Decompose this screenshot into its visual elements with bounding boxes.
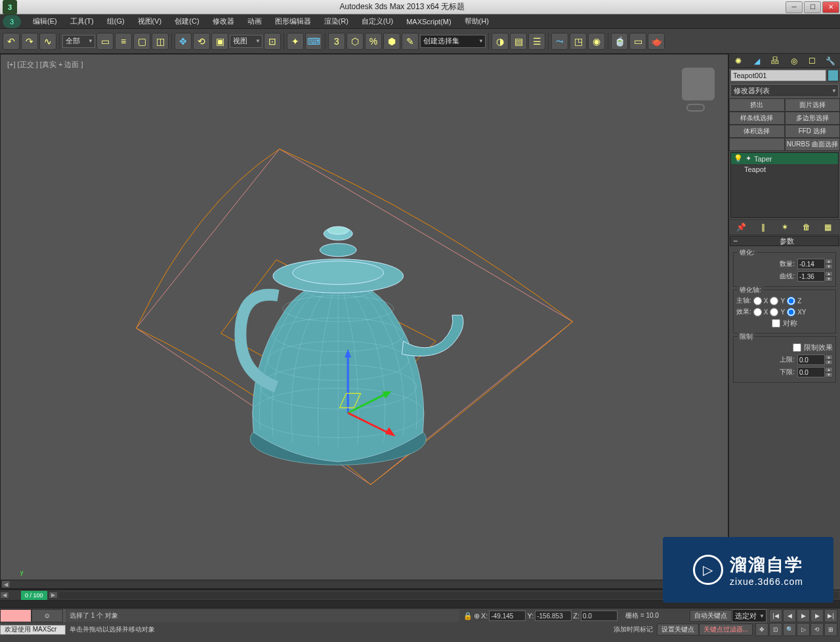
window-crossing-button[interactable]: ◫ bbox=[152, 33, 169, 50]
goto-start-icon[interactable]: |◀ bbox=[769, 609, 782, 622]
undo-button[interactable]: ↶ bbox=[3, 33, 20, 50]
angle-snap-button[interactable]: ⬡ bbox=[346, 33, 364, 50]
material-editor-button[interactable]: ◉ bbox=[588, 33, 605, 50]
utilities-tab-icon[interactable]: 🔧 bbox=[825, 55, 837, 67]
mirror-button[interactable]: ◑ bbox=[492, 33, 509, 50]
object-color-swatch[interactable] bbox=[828, 70, 839, 81]
stack-item-teapot[interactable]: Teapot bbox=[731, 164, 838, 175]
parameters-rollout-header[interactable]: 参数 bbox=[730, 236, 839, 246]
maxscript-listener[interactable]: 欢迎使用 MAXScr bbox=[0, 625, 66, 635]
curve-editor-button[interactable]: ⤳ bbox=[551, 33, 568, 50]
remove-modifier-icon[interactable]: 🗑 bbox=[801, 221, 812, 233]
set-button-spline-select[interactable]: 样条线选择 bbox=[729, 112, 785, 125]
snap-3-button[interactable]: 3 bbox=[328, 33, 345, 50]
set-button-poly-select[interactable]: 多边形选择 bbox=[785, 112, 841, 125]
coord-x-input[interactable] bbox=[489, 610, 526, 621]
edit-named-sel-button[interactable]: ✎ bbox=[402, 33, 419, 50]
status-icon-1[interactable] bbox=[0, 609, 32, 622]
timeline-next-icon[interactable]: ▶ bbox=[49, 591, 58, 599]
time-slider-head[interactable]: 0 / 100 bbox=[21, 591, 47, 600]
spinner-snap-button[interactable]: ⬢ bbox=[383, 33, 400, 50]
key-filters-button[interactable]: 关键点过滤器... bbox=[699, 624, 753, 635]
create-tab-icon[interactable]: ✺ bbox=[732, 55, 744, 67]
set-key-button[interactable]: 设置关键点 bbox=[657, 624, 699, 635]
render-setup-button[interactable]: 🍵 bbox=[611, 33, 628, 50]
max-toggle-icon[interactable]: ⊞ bbox=[824, 623, 837, 636]
maximize-button[interactable]: ☐ bbox=[804, 1, 821, 13]
coord-toggle-icon[interactable]: ⊕ bbox=[474, 612, 480, 620]
motion-tab-icon[interactable]: ◎ bbox=[788, 55, 800, 67]
pin-stack-icon[interactable]: 📌 bbox=[736, 221, 747, 233]
curve-spinner[interactable]: ▲▼ bbox=[797, 271, 833, 282]
set-button-nurbs[interactable]: NURBS 曲面选择 bbox=[785, 138, 841, 151]
menu-edit[interactable]: 编辑(E) bbox=[26, 14, 64, 28]
modifier-list-dropdown[interactable]: 修改器列表 bbox=[730, 84, 839, 97]
menu-maxscript[interactable]: MAXScript(M) bbox=[400, 16, 457, 28]
upper-limit-spinner[interactable]: ▲▼ bbox=[797, 354, 833, 365]
rendered-frame-button[interactable]: ▭ bbox=[629, 33, 646, 50]
play-icon[interactable]: ▶ bbox=[797, 609, 810, 622]
stack-item-taper[interactable]: 💡 ✦ Taper bbox=[731, 153, 838, 164]
menu-views[interactable]: 视图(V) bbox=[131, 14, 169, 28]
render-button[interactable]: 🫖 bbox=[648, 33, 665, 50]
amount-spinner[interactable]: ▲▼ bbox=[797, 259, 833, 269]
effect-y-radio[interactable] bbox=[770, 308, 778, 316]
lock-icon[interactable]: 🔒 bbox=[463, 612, 472, 620]
coord-z-input[interactable] bbox=[581, 610, 618, 621]
rotate-button[interactable]: ⟲ bbox=[193, 33, 210, 50]
redo-button[interactable]: ↷ bbox=[21, 33, 38, 50]
menu-group[interactable]: 组(G) bbox=[100, 14, 131, 28]
time-tag-prompt[interactable]: 添加时间标记 bbox=[610, 625, 657, 635]
menu-rendering[interactable]: 渲染(R) bbox=[318, 14, 355, 28]
align-button[interactable]: ▤ bbox=[510, 33, 527, 50]
select-region-button[interactable]: ▢ bbox=[133, 33, 150, 50]
minimize-button[interactable]: ─ bbox=[786, 1, 803, 13]
manipulate-button[interactable]: ✦ bbox=[287, 33, 304, 50]
named-selection-sets-dropdown[interactable]: 创建选择集 bbox=[420, 35, 486, 48]
menu-tools[interactable]: 工具(T) bbox=[64, 14, 100, 28]
close-button[interactable]: ✕ bbox=[822, 1, 839, 13]
selection-filter-dropdown[interactable]: 全部 bbox=[62, 35, 95, 48]
configure-sets-icon[interactable]: ▦ bbox=[822, 221, 834, 233]
set-button-patch-select[interactable]: 面片选择 bbox=[785, 98, 841, 112]
move-button[interactable]: ✥ bbox=[175, 33, 192, 50]
modify-tab-icon[interactable]: ◢ bbox=[751, 55, 763, 67]
layer-manager-button[interactable]: ☰ bbox=[528, 33, 545, 50]
symmetry-checkbox[interactable] bbox=[772, 319, 780, 328]
make-unique-icon[interactable]: ✶ bbox=[779, 221, 791, 233]
menu-modifiers[interactable]: 修改器 bbox=[206, 14, 241, 28]
hierarchy-tab-icon[interactable]: 品 bbox=[769, 55, 781, 67]
set-button-ffd-select[interactable]: FFD 选择 bbox=[785, 125, 841, 138]
next-frame-icon[interactable]: ▶ bbox=[810, 609, 824, 622]
limit-effect-checkbox[interactable] bbox=[793, 343, 801, 352]
orbit-icon[interactable]: ⟲ bbox=[810, 623, 824, 636]
scale-button[interactable]: ▣ bbox=[211, 33, 228, 50]
key-selection-dropdown[interactable]: 选定对 bbox=[732, 609, 766, 622]
menu-graph-editors[interactable]: 图形编辑器 bbox=[268, 14, 318, 28]
prev-frame-icon[interactable]: ◀ bbox=[783, 609, 796, 622]
menu-customize[interactable]: 自定义(U) bbox=[355, 14, 400, 28]
auto-key-button[interactable]: 自动关键点 bbox=[690, 610, 732, 622]
zoom-extents-icon[interactable]: ⊡ bbox=[769, 623, 782, 636]
application-button[interactable]: 3 bbox=[3, 15, 21, 28]
viewport-scrollbar[interactable]: ◀▶ bbox=[1, 580, 728, 589]
set-button-vol-select[interactable]: 体积选择 bbox=[729, 125, 785, 138]
keyboard-shortcut-button[interactable]: ⌨ bbox=[305, 33, 322, 50]
pan-view-icon[interactable]: ✥ bbox=[755, 623, 768, 636]
primary-y-radio[interactable] bbox=[770, 297, 778, 305]
menu-help[interactable]: 帮助(H) bbox=[458, 14, 495, 28]
lower-limit-spinner[interactable]: ▲▼ bbox=[797, 367, 833, 377]
effect-x-radio[interactable] bbox=[753, 308, 762, 316]
effect-xy-radio[interactable] bbox=[787, 308, 795, 316]
select-by-name-button[interactable]: ≡ bbox=[115, 33, 132, 50]
menu-animation[interactable]: 动画 bbox=[241, 14, 268, 28]
show-end-result-icon[interactable]: ‖ bbox=[757, 221, 769, 233]
pivot-center-button[interactable]: ⊡ bbox=[264, 33, 281, 50]
percent-snap-button[interactable]: % bbox=[365, 33, 382, 50]
viewport[interactable]: [+] [正交 ] [真实 + 边面 ] bbox=[0, 54, 728, 589]
zoom-icon[interactable]: 🔍 bbox=[783, 623, 796, 636]
primary-x-radio[interactable] bbox=[753, 297, 762, 305]
timeline-prev-icon[interactable]: ◀ bbox=[0, 591, 9, 599]
select-object-button[interactable]: ▭ bbox=[96, 33, 114, 50]
set-button-extrude[interactable]: 挤出 bbox=[729, 98, 785, 112]
